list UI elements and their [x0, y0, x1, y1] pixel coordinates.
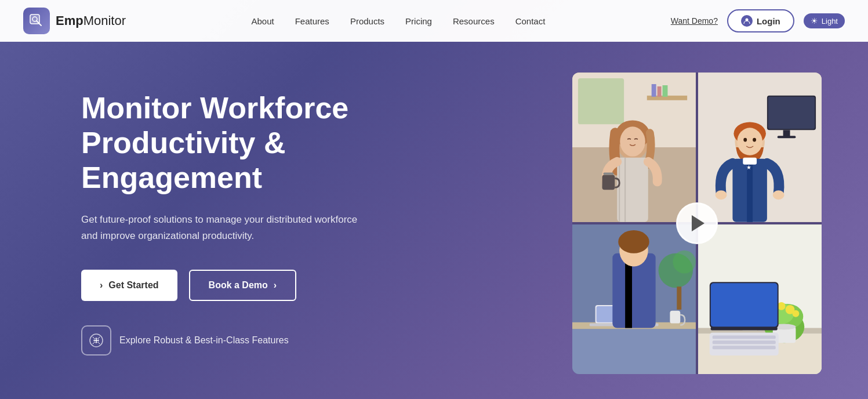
hero-left: Monitor Workforce Productivity & Engagem…: [81, 91, 452, 355]
theme-icon: ☀: [811, 16, 818, 26]
hero-subtitle: Get future-proof solutions to manage you…: [81, 212, 365, 244]
theme-toggle[interactable]: ☀ Light: [804, 13, 845, 28]
get-started-arrow: ›: [100, 280, 103, 291]
play-button[interactable]: [676, 202, 718, 244]
nav-products[interactable]: Products: [350, 16, 384, 26]
svg-rect-67: [713, 340, 776, 344]
svg-rect-50: [677, 286, 681, 310]
get-started-label: Get Started: [108, 280, 158, 291]
hero-title: Monitor Workforce Productivity & Engagem…: [81, 91, 452, 195]
logo-area: EmpMonitor: [23, 8, 126, 34]
header-right: Want Demo? Login ☀ Light: [671, 9, 845, 32]
explore-icon: [81, 325, 111, 356]
svg-point-61: [792, 310, 799, 317]
svg-rect-70: [711, 283, 778, 327]
svg-rect-8: [578, 78, 624, 124]
book-demo-button[interactable]: Book a Demo ›: [189, 270, 297, 301]
image-woman: [572, 72, 696, 222]
svg-point-30: [743, 138, 747, 142]
image-office: [572, 224, 696, 374]
logo-text: EmpMonitor: [56, 13, 126, 28]
want-demo-link[interactable]: Want Demo?: [671, 16, 718, 26]
svg-point-29: [737, 128, 762, 155]
play-triangle: [692, 215, 704, 231]
svg-rect-68: [713, 346, 776, 349]
hero-section: Monitor Workforce Productivity & Engagem…: [0, 42, 868, 399]
cta-buttons: › Get Started Book a Demo ›: [81, 270, 452, 301]
svg-point-36: [716, 190, 727, 200]
nav-about[interactable]: About: [251, 16, 274, 26]
svg-rect-20: [603, 173, 613, 175]
svg-rect-19: [602, 175, 615, 190]
svg-point-49: [673, 251, 696, 274]
header: EmpMonitor About Features Products Prici…: [0, 0, 868, 42]
get-started-button[interactable]: › Get Started: [81, 270, 177, 301]
theme-label: Light: [822, 17, 838, 26]
book-demo-label: Book a Demo: [209, 280, 268, 291]
svg-point-31: [753, 138, 756, 142]
svg-point-60: [778, 302, 786, 310]
svg-point-37: [773, 190, 785, 200]
explore-label: Explore Robust & Best-in-Class Features: [119, 335, 289, 346]
svg-rect-24: [768, 97, 815, 129]
svg-point-15: [620, 126, 645, 157]
logo-icon: [23, 8, 50, 34]
svg-rect-40: [572, 329, 696, 374]
svg-rect-26: [778, 136, 796, 138]
svg-rect-11: [658, 86, 662, 97]
login-button[interactable]: Login: [727, 9, 794, 32]
hero-image-collage: ★: [572, 72, 822, 374]
image-man: ★: [698, 72, 822, 222]
nav-contact[interactable]: Contact: [515, 16, 546, 26]
nav-resources[interactable]: Resources: [453, 16, 495, 26]
book-demo-arrow: ›: [274, 280, 277, 291]
nav-pricing[interactable]: Pricing: [405, 16, 432, 26]
login-icon: [741, 15, 753, 27]
svg-rect-12: [663, 85, 668, 97]
svg-text:★: ★: [746, 164, 751, 171]
svg-point-47: [618, 230, 649, 253]
main-nav: About Features Products Pricing Resource…: [251, 16, 545, 26]
svg-rect-51: [670, 311, 680, 324]
svg-rect-10: [652, 84, 656, 97]
login-label: Login: [757, 16, 780, 26]
svg-rect-71: [711, 327, 778, 331]
svg-rect-16: [617, 158, 648, 222]
nav-features[interactable]: Features: [295, 16, 329, 26]
explore-area: Explore Robust & Best-in-Class Features: [81, 325, 452, 356]
svg-rect-66: [713, 335, 776, 339]
image-plants: [698, 224, 822, 374]
